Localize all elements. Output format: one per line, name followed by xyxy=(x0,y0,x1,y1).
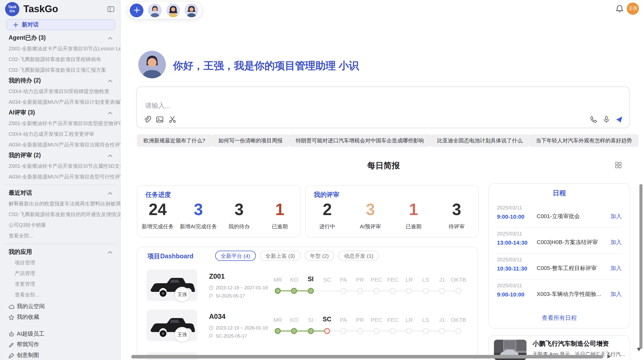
app-item[interactable]: 变更管理 xyxy=(0,279,121,289)
milestone-dot xyxy=(422,328,429,334)
my-review-card: 我的评审2进行中3AI预评审1已逾期3待评审 xyxy=(305,185,479,237)
project-flag-date: SI-2025-05-17 xyxy=(209,293,245,298)
sidebar-tool-robot[interactable]: AI超级员工 xyxy=(0,328,121,339)
view-all-schedule-link[interactable]: 查看所有日程 xyxy=(489,314,630,322)
add-conversation-button[interactable] xyxy=(130,3,143,17)
milestone-label: KO xyxy=(290,317,298,323)
project-row: 王强A0342023-12-19 ~ 2026-01-19SC-2025-05-… xyxy=(137,310,478,342)
project-dates: 2023-12-19 ~ 2026-01-19 xyxy=(209,325,268,331)
sidebar-item[interactable]: A034-全新新能源MUV产品开发项目造型可行性评审 xyxy=(0,171,121,182)
milestone-label: SC xyxy=(323,316,331,323)
sidebar-item[interactable]: C0X4-动力总成开发项目SI里程碑提交物检查 xyxy=(0,86,121,97)
dashboard-tab[interactable]: 全新上装 (3) xyxy=(260,251,301,261)
recent-chat-item[interactable]: 公司Q3轻卡销量 xyxy=(0,220,121,230)
new-chat-button[interactable]: 新对话 xyxy=(6,19,115,30)
sidebar-section-header[interactable]: 我的评审 (2) xyxy=(0,150,121,161)
avatar[interactable] xyxy=(185,3,198,17)
suggestion-chip[interactable]: 欧洲新规最近颁布了什么? xyxy=(137,134,212,147)
phone-icon[interactable] xyxy=(590,115,598,124)
sidebar-section-header[interactable]: 我的待办 (2) xyxy=(0,75,121,86)
milestone-dot xyxy=(291,288,297,294)
sidebar-item[interactable]: C02-飞腾新能源轻客改款项目里程碑画布 xyxy=(0,54,121,65)
project-thumbnail[interactable] xyxy=(147,269,197,301)
sidebar-link-star[interactable]: 我的收藏 xyxy=(0,312,121,322)
scroll-down-arrow[interactable] xyxy=(637,348,641,351)
recent-chat-item[interactable]: 解释最新出台的欧盟报废车法规再生塑料比例被调至15%... xyxy=(0,198,121,209)
sidebar-item[interactable]: A034-全新新能源MUV产品开发项目法规符合性评审 xyxy=(0,139,121,150)
suggestion-chip[interactable]: 当下年轻人对汽车外观有怎样的喜好趋势 xyxy=(529,134,639,147)
sidebar-item[interactable]: Z001-全新燃油轻卡产品开发项目SI造型提交物评审 xyxy=(0,118,121,129)
stat-metric: 2进行中 xyxy=(306,200,349,230)
avatar[interactable] xyxy=(166,3,180,17)
sidebar-item[interactable]: Z001-全新燃油皮卡产品开发项目SI节点Lesson Learn报告 xyxy=(0,43,121,54)
view-all-apps-link[interactable]: 查看全部... xyxy=(0,289,121,300)
stat-value: 24 xyxy=(137,200,178,219)
sidebar-section-header[interactable]: Agent已办 (3) xyxy=(0,33,121,43)
scroll-right-arrow[interactable] xyxy=(607,354,611,358)
view-all-chats-link[interactable]: 查看全部... xyxy=(0,230,121,241)
message-input[interactable] xyxy=(144,101,451,110)
milestone-label: SI xyxy=(308,317,313,323)
milestone-label: LR xyxy=(406,317,413,323)
dashboard-title: 项目Dashboard xyxy=(148,252,194,261)
milestone-label: LS xyxy=(422,317,429,323)
star-icon xyxy=(8,314,15,320)
dashboard-tab[interactable]: 动总开发 (1) xyxy=(339,251,379,261)
microphone-icon[interactable] xyxy=(602,115,610,124)
dashboard-tab[interactable]: 年型 (2) xyxy=(304,251,334,261)
join-button[interactable]: 加入 xyxy=(610,238,622,246)
sidebar-item[interactable]: A034-全新新能源MUV产品开发项目计划变更表编写 xyxy=(0,97,121,107)
pen-icon xyxy=(8,341,15,348)
avatar[interactable] xyxy=(148,3,162,17)
join-button[interactable]: 加入 xyxy=(610,264,622,272)
sidebar-item[interactable]: C02-飞腾新能源轻客改款项目立项汇报方案 xyxy=(0,65,121,75)
milestone-dot xyxy=(308,288,314,294)
join-button[interactable]: 加入 xyxy=(610,213,622,220)
notifications-bell-icon[interactable] xyxy=(616,5,624,13)
stat-value: 3 xyxy=(178,200,219,219)
project-dates-text: 2023-12-19 ~ 2027-01-19 xyxy=(216,285,268,290)
horizontal-scrollbar-thumb[interactable] xyxy=(131,355,603,358)
milestone-dot xyxy=(373,328,379,334)
milestone-label: OKTB xyxy=(451,277,466,283)
milestone-dot xyxy=(439,288,445,294)
sidebar-item[interactable]: C0X4-动力总成开发项目工程变更评审 xyxy=(0,129,121,139)
event-name: C003|H0B-方案冻结评审 xyxy=(537,238,610,246)
stat-metric: 3新增AI完成任务 xyxy=(178,200,219,230)
sidebar-tool-pen[interactable]: 帮我写作 xyxy=(0,339,121,350)
sidebar-item[interactable]: Z001-全新燃油轻卡产品开发项目SI节点属性5D文件评审 xyxy=(0,161,121,171)
suggestion-chip[interactable]: 比亚迪全固态电池计划具体说了什么 xyxy=(431,134,529,147)
sidebar-tool-brush[interactable]: 创意制图 xyxy=(0,350,121,360)
milestone-label: J1 xyxy=(439,317,445,323)
milestone-dot xyxy=(390,328,396,334)
recent-chats-header[interactable]: 最近对话 xyxy=(0,188,121,198)
milestone-dot xyxy=(456,328,462,334)
attachment-icon[interactable] xyxy=(143,115,151,124)
sidebar-link-cloud[interactable]: 我的云空间 xyxy=(0,301,121,312)
send-icon[interactable] xyxy=(615,115,623,124)
project-code[interactable]: A034 xyxy=(209,313,226,320)
suggestion-chip[interactable]: 如何写一份清晰的项目周报 xyxy=(212,134,289,147)
app-item[interactable]: 项目管理 xyxy=(0,257,121,268)
suggestion-chip[interactable]: 特朗普可能对进口汽车增税会对中国车企造成哪些影响 xyxy=(289,134,431,147)
chevron-up-icon xyxy=(107,35,113,41)
project-thumbnail[interactable] xyxy=(147,310,197,341)
event-date: 2025/03/11 xyxy=(497,257,622,262)
grid-layout-icon[interactable] xyxy=(614,161,622,169)
sidebar-collapse-icon[interactable] xyxy=(107,5,115,13)
scissors-icon[interactable] xyxy=(168,115,177,124)
stat-metric: 3我的待办 xyxy=(219,200,259,230)
app-item[interactable]: 产品管理 xyxy=(0,268,121,279)
stat-metric: 1已逾期 xyxy=(392,200,435,230)
recent-chat-item[interactable]: C02-飞腾新能源轻客改款项目的闭环通告反馈情况 xyxy=(0,209,121,220)
sidebar-section-header[interactable]: AI评审 (3) xyxy=(0,107,121,118)
milestone-label: MR xyxy=(273,277,282,283)
join-button[interactable]: 加入 xyxy=(610,290,622,298)
user-avatar[interactable]: 王强 xyxy=(627,3,639,15)
my-apps-header[interactable]: 我的应用 xyxy=(0,247,121,257)
image-icon[interactable] xyxy=(156,115,164,124)
dashboard-tab[interactable]: 全新平台 (4) xyxy=(215,251,256,261)
milestone-label: OKTB xyxy=(451,317,466,323)
vertical-scrollbar-thumb[interactable] xyxy=(639,184,642,349)
project-code[interactable]: Z001 xyxy=(209,273,225,280)
